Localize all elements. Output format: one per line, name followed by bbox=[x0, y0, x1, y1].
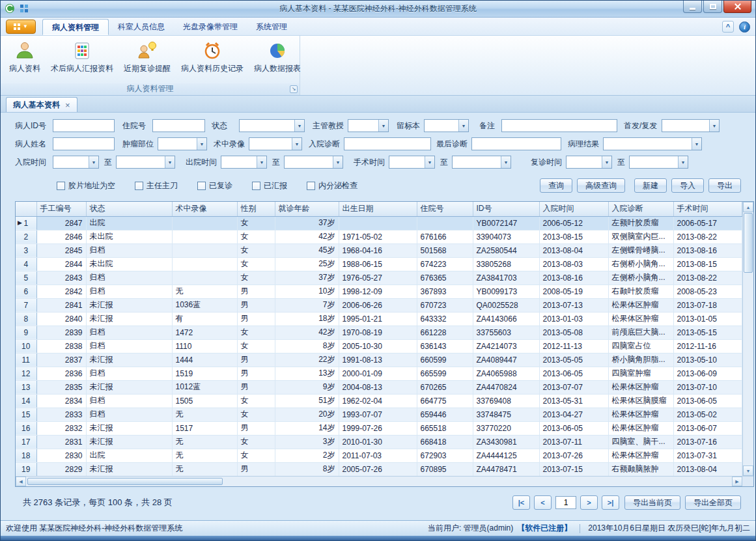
row-indicator[interactable]: 12 bbox=[16, 367, 36, 380]
grid-cell[interactable] bbox=[172, 271, 237, 284]
chevron-down-icon[interactable]: ▼ bbox=[333, 156, 343, 168]
grid-cell[interactable]: 2013-08-16 bbox=[539, 271, 608, 284]
table-row[interactable]: 182830出院无女2岁2011-07-03672903ZA4444125201… bbox=[16, 449, 742, 462]
grid-cell[interactable]: 1505 bbox=[172, 394, 237, 408]
grid-cell[interactable]: 2013-06-05 bbox=[539, 367, 608, 380]
final-diag-input[interactable] bbox=[471, 137, 561, 150]
grid-cell[interactable]: 2013-08-15 bbox=[539, 230, 608, 243]
grid-cell[interactable]: 右侧桥小脑角... bbox=[608, 257, 673, 271]
history-records-button[interactable]: 病人资料历史记录 bbox=[176, 38, 248, 76]
row-indicator[interactable]: 11 bbox=[16, 353, 36, 367]
grid-cell[interactable]: 松果体区肿瘤 bbox=[608, 408, 673, 421]
export-all-pages-button[interactable]: 导出全部页 bbox=[685, 495, 741, 510]
grid-cell[interactable]: 1970-08-19 bbox=[339, 326, 417, 339]
grid-cell[interactable] bbox=[172, 257, 237, 271]
grid-cell[interactable]: 2013-07-16 bbox=[673, 435, 742, 449]
new-button[interactable]: 新建 bbox=[634, 178, 667, 193]
grid-cell[interactable]: 女 bbox=[237, 216, 275, 230]
grid-cell[interactable]: 674223 bbox=[417, 257, 473, 271]
table-row[interactable]: 152833归档无女20岁1993-07-0765944633748475201… bbox=[16, 408, 742, 421]
grid-cell[interactable]: 672903 bbox=[417, 449, 473, 462]
grid-cell[interactable]: 2013-07-10 bbox=[673, 380, 742, 394]
grid-cell[interactable]: 2008-05-19 bbox=[539, 284, 608, 298]
grid-cell[interactable]: ZA4478471 bbox=[473, 462, 539, 476]
grid-column-header[interactable]: 状态 bbox=[86, 202, 172, 216]
grid-cell[interactable]: 668418 bbox=[417, 435, 473, 449]
row-indicator[interactable]: 16 bbox=[16, 421, 36, 435]
table-row[interactable]: 102838归档1110女8岁2005-10-30636143ZA4214073… bbox=[16, 339, 742, 353]
grid-cell[interactable]: 1988-06-15 bbox=[339, 257, 417, 271]
grid-cell[interactable]: 男 bbox=[237, 421, 275, 435]
vertical-scroll-thumb[interactable] bbox=[744, 213, 753, 273]
postop-report-data-button[interactable]: 术后病人汇报资料 bbox=[46, 38, 118, 76]
grid-cell[interactable]: 2838 bbox=[36, 339, 86, 353]
page-number-input[interactable] bbox=[555, 496, 576, 509]
grid-cell[interactable]: 松果体区脑膜瘤 bbox=[608, 394, 673, 408]
grid-cell[interactable]: 右额颞脑脓肿 bbox=[608, 462, 673, 476]
grid-cell[interactable]: 2012-11-13 bbox=[539, 339, 608, 353]
grid-cell[interactable]: 1444 bbox=[172, 353, 237, 367]
chevron-down-icon[interactable]: ▼ bbox=[294, 120, 304, 132]
grid-cell[interactable]: 2013-06-05 bbox=[539, 421, 608, 435]
specimen-select[interactable]: ▼ bbox=[424, 119, 469, 132]
chevron-down-icon[interactable]: ▼ bbox=[425, 156, 434, 168]
admission-no-input[interactable] bbox=[152, 119, 205, 132]
revisit-time-to-select[interactable]: ▼ bbox=[629, 156, 688, 169]
chevron-down-icon[interactable]: ▼ bbox=[292, 138, 301, 150]
chevron-down-icon[interactable]: ▼ bbox=[458, 120, 468, 132]
row-indicator[interactable]: 8 bbox=[16, 312, 36, 326]
grid-cell[interactable]: 676365 bbox=[417, 271, 473, 284]
checkbox-revisited[interactable]: 已复诊 bbox=[197, 180, 232, 191]
grid-cell[interactable]: 9岁 bbox=[275, 380, 339, 394]
horizontal-scroll-thumb[interactable] bbox=[27, 478, 223, 485]
tab-disc-video-management[interactable]: 光盘录像带管理 bbox=[174, 19, 247, 35]
grid-column-header[interactable]: 住院号 bbox=[417, 202, 473, 216]
grid-cell[interactable]: 3岁 bbox=[275, 435, 339, 449]
grid-cell[interactable]: 643332 bbox=[417, 312, 473, 326]
grid-cell[interactable]: 松果体区肿瘤 bbox=[608, 380, 673, 394]
grid-cell[interactable]: 未出院 bbox=[86, 257, 172, 271]
table-row[interactable]: 52843归档女37岁1976-05-27676365ZA38417032013… bbox=[16, 271, 742, 284]
patient-reports-button[interactable]: 病人数据报表 bbox=[249, 38, 305, 76]
grid-cell[interactable]: 无 bbox=[172, 462, 237, 476]
grid-cell[interactable]: 22岁 bbox=[275, 353, 339, 367]
grid-cell[interactable]: 2013-07-18 bbox=[673, 298, 742, 312]
grid-cell[interactable]: 2833 bbox=[36, 408, 86, 421]
grid-cell[interactable]: 2013-08-22 bbox=[673, 271, 742, 284]
revisit-time-from-select[interactable]: ▼ bbox=[566, 156, 612, 169]
grid-cell[interactable]: 女 bbox=[237, 339, 275, 353]
admit-time-from-select[interactable]: ▼ bbox=[53, 156, 99, 169]
grid-cell[interactable]: 2013-05-15 bbox=[673, 326, 742, 339]
grid-cell[interactable]: 2013-05-05 bbox=[539, 353, 608, 367]
row-indicator[interactable]: 13 bbox=[16, 380, 36, 394]
grid-cell[interactable]: 20岁 bbox=[275, 408, 339, 421]
grid-cell[interactable]: 前颅底巨大脑... bbox=[608, 326, 673, 339]
grid-cell[interactable]: 664775 bbox=[417, 394, 473, 408]
query-button[interactable]: 查询 bbox=[540, 178, 572, 193]
grid-cell[interactable]: 2834 bbox=[36, 394, 86, 408]
grid-cell[interactable]: 2013-04-27 bbox=[539, 408, 608, 421]
first-page-button[interactable]: |< bbox=[512, 495, 530, 510]
grid-cell[interactable]: 33748475 bbox=[473, 408, 539, 421]
grid-cell[interactable]: 33769408 bbox=[473, 394, 539, 408]
grid-column-header[interactable]: 出生日期 bbox=[339, 202, 417, 216]
chevron-down-icon[interactable]: ▼ bbox=[89, 156, 98, 168]
grid-cell[interactable]: 2840 bbox=[36, 312, 86, 326]
grid-cell[interactable]: 2013-07-07 bbox=[539, 380, 608, 394]
maximize-button[interactable] bbox=[703, 1, 722, 13]
patient-id-input[interactable] bbox=[53, 119, 115, 132]
advanced-query-button[interactable]: 高级查询 bbox=[577, 178, 625, 193]
grid-cell[interactable]: 2843 bbox=[36, 271, 86, 284]
scroll-left-icon[interactable]: ◀ bbox=[16, 477, 26, 486]
grid-cell[interactable]: 2岁 bbox=[275, 449, 339, 462]
grid-cell[interactable]: 双侧脑室内巨... bbox=[608, 230, 673, 243]
grid-cell[interactable]: 2011-07-03 bbox=[339, 449, 417, 462]
grid-cell[interactable]: 无 bbox=[172, 435, 237, 449]
grid-cell[interactable]: 1976-05-27 bbox=[339, 271, 417, 284]
grid-cell[interactable]: ZA4089447 bbox=[473, 353, 539, 367]
grid-cell[interactable] bbox=[417, 216, 473, 230]
grid-cell[interactable]: 2013-07-31 bbox=[673, 449, 742, 462]
grid-cell[interactable]: 1998-12-09 bbox=[339, 284, 417, 298]
status-select[interactable]: ▼ bbox=[239, 119, 305, 132]
grid-cell[interactable]: 18岁 bbox=[275, 312, 339, 326]
